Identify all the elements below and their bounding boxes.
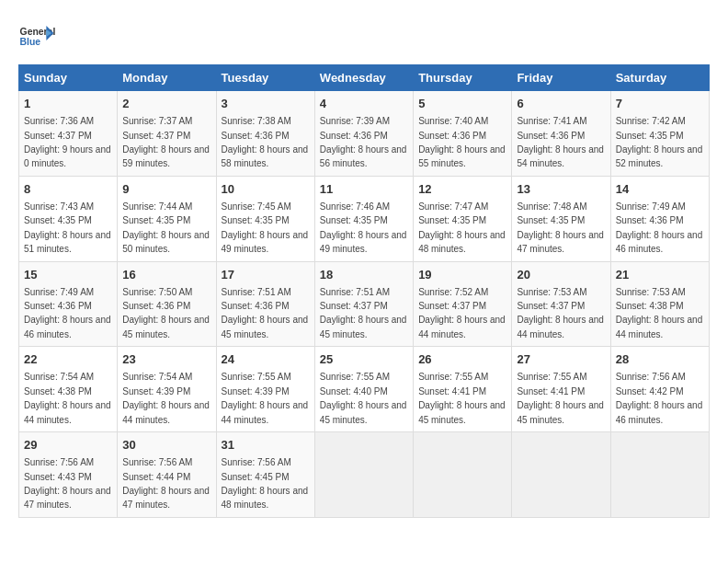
col-header-wednesday: Wednesday xyxy=(314,65,413,91)
calendar-cell: 28 Sunrise: 7:56 AMSunset: 4:42 PMDaylig… xyxy=(610,347,709,432)
col-header-sunday: Sunday xyxy=(19,65,118,91)
day-info: Sunrise: 7:56 AMSunset: 4:43 PMDaylight:… xyxy=(24,457,111,510)
page-header: General Blue xyxy=(18,18,710,55)
day-number: 1 xyxy=(24,96,112,112)
day-number: 30 xyxy=(122,437,210,454)
day-number: 13 xyxy=(517,181,605,198)
calendar-cell xyxy=(314,432,413,518)
day-info: Sunrise: 7:55 AMSunset: 4:41 PMDaylight:… xyxy=(517,372,604,424)
calendar-cell: 11 Sunrise: 7:46 AMSunset: 4:35 PMDaylig… xyxy=(314,176,413,261)
calendar-week-4: 22 Sunrise: 7:54 AMSunset: 4:38 PMDaylig… xyxy=(19,347,710,432)
day-number: 5 xyxy=(418,96,506,112)
logo-icon: General Blue xyxy=(18,18,55,55)
day-number: 18 xyxy=(320,267,408,283)
day-info: Sunrise: 7:53 AMSunset: 4:38 PMDaylight:… xyxy=(616,287,703,339)
calendar-cell: 10 Sunrise: 7:45 AMSunset: 4:35 PMDaylig… xyxy=(216,176,314,261)
day-number: 28 xyxy=(616,351,704,368)
day-info: Sunrise: 7:46 AMSunset: 4:35 PMDaylight:… xyxy=(320,201,407,254)
day-info: Sunrise: 7:52 AMSunset: 4:37 PMDaylight:… xyxy=(418,287,506,339)
day-info: Sunrise: 7:51 AMSunset: 4:36 PMDaylight:… xyxy=(222,287,309,339)
calendar-cell xyxy=(414,432,512,518)
day-number: 15 xyxy=(24,267,112,283)
logo: General Blue xyxy=(18,18,55,55)
day-number: 4 xyxy=(320,96,408,112)
day-info: Sunrise: 7:56 AMSunset: 4:44 PMDaylight:… xyxy=(122,457,210,510)
day-number: 17 xyxy=(222,267,310,283)
day-number: 2 xyxy=(122,96,210,112)
day-info: Sunrise: 7:37 AMSunset: 4:37 PMDaylight:… xyxy=(122,116,210,168)
calendar-cell: 23 Sunrise: 7:54 AMSunset: 4:39 PMDaylig… xyxy=(118,347,216,432)
day-info: Sunrise: 7:38 AMSunset: 4:36 PMDaylight:… xyxy=(222,116,309,168)
day-number: 24 xyxy=(222,351,310,368)
day-number: 25 xyxy=(320,351,408,368)
calendar-cell: 15 Sunrise: 7:49 AMSunset: 4:36 PMDaylig… xyxy=(19,261,118,347)
calendar-cell: 16 Sunrise: 7:50 AMSunset: 4:36 PMDaylig… xyxy=(118,261,216,347)
day-info: Sunrise: 7:55 AMSunset: 4:39 PMDaylight:… xyxy=(222,372,309,424)
calendar-cell: 14 Sunrise: 7:49 AMSunset: 4:36 PMDaylig… xyxy=(610,176,709,261)
day-info: Sunrise: 7:51 AMSunset: 4:37 PMDaylight:… xyxy=(320,287,407,339)
calendar-cell: 12 Sunrise: 7:47 AMSunset: 4:35 PMDaylig… xyxy=(414,176,512,261)
calendar-cell: 30 Sunrise: 7:56 AMSunset: 4:44 PMDaylig… xyxy=(118,432,216,518)
col-header-tuesday: Tuesday xyxy=(216,65,314,91)
day-number: 3 xyxy=(222,96,310,112)
day-number: 29 xyxy=(24,437,112,454)
calendar-cell: 3 Sunrise: 7:38 AMSunset: 4:36 PMDayligh… xyxy=(216,91,314,177)
calendar-cell: 25 Sunrise: 7:55 AMSunset: 4:40 PMDaylig… xyxy=(314,347,413,432)
col-header-saturday: Saturday xyxy=(610,65,709,91)
calendar-cell: 7 Sunrise: 7:42 AMSunset: 4:35 PMDayligh… xyxy=(610,91,709,177)
calendar-week-1: 1 Sunrise: 7:36 AMSunset: 4:37 PMDayligh… xyxy=(19,91,710,177)
day-info: Sunrise: 7:55 AMSunset: 4:40 PMDaylight:… xyxy=(320,372,407,424)
header-row: SundayMondayTuesdayWednesdayThursdayFrid… xyxy=(19,65,710,91)
calendar-cell: 27 Sunrise: 7:55 AMSunset: 4:41 PMDaylig… xyxy=(512,347,610,432)
calendar-cell: 6 Sunrise: 7:41 AMSunset: 4:36 PMDayligh… xyxy=(512,91,610,177)
calendar-cell: 31 Sunrise: 7:56 AMSunset: 4:45 PMDaylig… xyxy=(216,432,314,518)
day-number: 6 xyxy=(517,96,605,112)
calendar-cell: 19 Sunrise: 7:52 AMSunset: 4:37 PMDaylig… xyxy=(414,261,512,347)
day-info: Sunrise: 7:55 AMSunset: 4:41 PMDaylight:… xyxy=(418,372,506,424)
day-info: Sunrise: 7:56 AMSunset: 4:45 PMDaylight:… xyxy=(222,457,309,510)
calendar-cell: 9 Sunrise: 7:44 AMSunset: 4:35 PMDayligh… xyxy=(118,176,216,261)
svg-text:Blue: Blue xyxy=(20,37,41,47)
day-info: Sunrise: 7:54 AMSunset: 4:39 PMDaylight:… xyxy=(122,372,210,424)
day-info: Sunrise: 7:49 AMSunset: 4:36 PMDaylight:… xyxy=(24,287,111,339)
day-number: 8 xyxy=(24,181,112,198)
col-header-thursday: Thursday xyxy=(414,65,512,91)
day-number: 14 xyxy=(616,181,704,198)
day-info: Sunrise: 7:56 AMSunset: 4:42 PMDaylight:… xyxy=(616,372,703,424)
calendar-cell: 17 Sunrise: 7:51 AMSunset: 4:36 PMDaylig… xyxy=(216,261,314,347)
calendar-cell xyxy=(512,432,610,518)
day-info: Sunrise: 7:40 AMSunset: 4:36 PMDaylight:… xyxy=(418,116,506,168)
calendar-cell: 20 Sunrise: 7:53 AMSunset: 4:37 PMDaylig… xyxy=(512,261,610,347)
day-number: 11 xyxy=(320,181,408,198)
calendar-cell: 5 Sunrise: 7:40 AMSunset: 4:36 PMDayligh… xyxy=(414,91,512,177)
day-number: 21 xyxy=(616,267,704,283)
calendar-cell: 22 Sunrise: 7:54 AMSunset: 4:38 PMDaylig… xyxy=(19,347,118,432)
day-info: Sunrise: 7:36 AMSunset: 4:37 PMDaylight:… xyxy=(24,116,111,168)
calendar-cell: 18 Sunrise: 7:51 AMSunset: 4:37 PMDaylig… xyxy=(314,261,413,347)
day-info: Sunrise: 7:44 AMSunset: 4:35 PMDaylight:… xyxy=(122,201,210,254)
day-number: 22 xyxy=(24,351,112,368)
day-number: 12 xyxy=(418,181,506,198)
calendar-week-3: 15 Sunrise: 7:49 AMSunset: 4:36 PMDaylig… xyxy=(19,261,710,347)
calendar-week-5: 29 Sunrise: 7:56 AMSunset: 4:43 PMDaylig… xyxy=(19,432,710,518)
calendar-cell xyxy=(610,432,709,518)
day-info: Sunrise: 7:45 AMSunset: 4:35 PMDaylight:… xyxy=(222,201,309,254)
day-info: Sunrise: 7:39 AMSunset: 4:36 PMDaylight:… xyxy=(320,116,407,168)
col-header-monday: Monday xyxy=(118,65,216,91)
calendar-cell: 4 Sunrise: 7:39 AMSunset: 4:36 PMDayligh… xyxy=(314,91,413,177)
day-info: Sunrise: 7:49 AMSunset: 4:36 PMDaylight:… xyxy=(616,201,703,254)
calendar-table: SundayMondayTuesdayWednesdayThursdayFrid… xyxy=(18,64,710,518)
day-number: 10 xyxy=(222,181,310,198)
day-info: Sunrise: 7:54 AMSunset: 4:38 PMDaylight:… xyxy=(24,372,111,424)
day-number: 16 xyxy=(122,267,210,283)
calendar-cell: 26 Sunrise: 7:55 AMSunset: 4:41 PMDaylig… xyxy=(414,347,512,432)
calendar-cell: 8 Sunrise: 7:43 AMSunset: 4:35 PMDayligh… xyxy=(19,176,118,261)
calendar-cell: 29 Sunrise: 7:56 AMSunset: 4:43 PMDaylig… xyxy=(19,432,118,518)
col-header-friday: Friday xyxy=(512,65,610,91)
day-number: 23 xyxy=(122,351,210,368)
day-info: Sunrise: 7:42 AMSunset: 4:35 PMDaylight:… xyxy=(616,116,703,168)
day-info: Sunrise: 7:41 AMSunset: 4:36 PMDaylight:… xyxy=(517,116,604,168)
calendar-cell: 1 Sunrise: 7:36 AMSunset: 4:37 PMDayligh… xyxy=(19,91,118,177)
day-number: 7 xyxy=(616,96,704,112)
calendar-cell: 13 Sunrise: 7:48 AMSunset: 4:35 PMDaylig… xyxy=(512,176,610,261)
